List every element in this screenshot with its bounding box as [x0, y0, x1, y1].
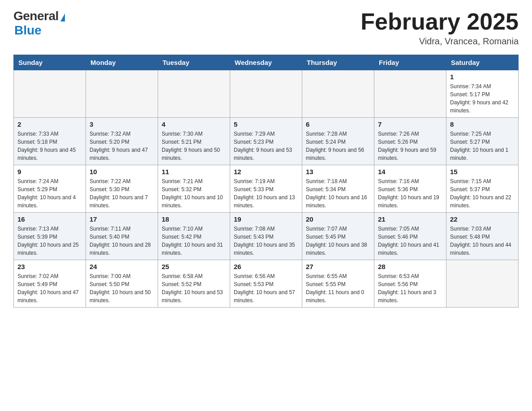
day-cell: 25Sunrise: 6:58 AMSunset: 5:52 PMDayligh…: [158, 260, 230, 308]
day-info: Sunrise: 7:00 AMSunset: 5:50 PMDaylight:…: [90, 272, 154, 304]
day-number: 13: [306, 168, 370, 176]
day-info: Sunrise: 7:13 AMSunset: 5:39 PMDaylight:…: [17, 225, 82, 257]
day-info: Sunrise: 6:58 AMSunset: 5:52 PMDaylight:…: [162, 272, 226, 304]
logo-triangle-icon: [60, 13, 65, 21]
day-cell: [230, 70, 302, 118]
week-row-2: 2Sunrise: 7:33 AMSunset: 5:18 PMDaylight…: [14, 118, 519, 165]
page: General Blue February 2025 Vidra, Vrance…: [0, 0, 532, 321]
day-cell: 10Sunrise: 7:22 AMSunset: 5:30 PMDayligh…: [86, 165, 158, 213]
calendar-header: SundayMondayTuesdayWednesdayThursdayFrid…: [14, 55, 519, 70]
day-cell: 6Sunrise: 7:28 AMSunset: 5:24 PMDaylight…: [302, 118, 374, 165]
day-number: 5: [234, 120, 298, 128]
logo-blue-text: Blue: [14, 23, 42, 38]
day-number: 19: [234, 215, 298, 223]
day-cell: 27Sunrise: 6:55 AMSunset: 5:55 PMDayligh…: [302, 260, 374, 308]
day-info: Sunrise: 7:10 AMSunset: 5:42 PMDaylight:…: [162, 225, 226, 257]
day-cell: 5Sunrise: 7:29 AMSunset: 5:23 PMDaylight…: [230, 118, 302, 165]
day-info: Sunrise: 7:15 AMSunset: 5:37 PMDaylight:…: [450, 177, 515, 210]
day-cell: 11Sunrise: 7:21 AMSunset: 5:32 PMDayligh…: [158, 165, 230, 213]
day-info: Sunrise: 7:22 AMSunset: 5:30 PMDaylight:…: [90, 177, 154, 210]
day-cell: 24Sunrise: 7:00 AMSunset: 5:50 PMDayligh…: [86, 260, 158, 308]
header-cell-thursday: Thursday: [302, 55, 374, 70]
day-number: 26: [234, 263, 298, 270]
day-number: 10: [90, 168, 154, 176]
week-row-5: 23Sunrise: 7:02 AMSunset: 5:49 PMDayligh…: [14, 260, 519, 308]
day-info: Sunrise: 7:18 AMSunset: 5:34 PMDaylight:…: [306, 177, 370, 210]
header-cell-monday: Monday: [86, 55, 158, 70]
day-cell: [374, 70, 446, 118]
day-number: 16: [17, 215, 82, 223]
day-number: 3: [90, 120, 154, 128]
day-cell: 20Sunrise: 7:07 AMSunset: 5:45 PMDayligh…: [302, 213, 374, 260]
day-number: 2: [17, 120, 82, 128]
week-row-3: 9Sunrise: 7:24 AMSunset: 5:29 PMDaylight…: [14, 165, 519, 213]
day-number: 15: [450, 168, 515, 176]
logo: General Blue: [13, 9, 65, 38]
day-cell: 23Sunrise: 7:02 AMSunset: 5:49 PMDayligh…: [14, 260, 86, 308]
day-info: Sunrise: 7:24 AMSunset: 5:29 PMDaylight:…: [17, 177, 82, 210]
day-cell: 16Sunrise: 7:13 AMSunset: 5:39 PMDayligh…: [14, 213, 86, 260]
day-cell: [302, 70, 374, 118]
day-number: 1: [450, 73, 515, 81]
day-cell: 17Sunrise: 7:11 AMSunset: 5:40 PMDayligh…: [86, 213, 158, 260]
day-cell: 26Sunrise: 6:56 AMSunset: 5:53 PMDayligh…: [230, 260, 302, 308]
day-number: 4: [162, 120, 226, 128]
day-info: Sunrise: 7:21 AMSunset: 5:32 PMDaylight:…: [162, 177, 226, 210]
day-number: 17: [90, 215, 154, 223]
day-number: 25: [162, 263, 226, 270]
day-cell: 8Sunrise: 7:25 AMSunset: 5:27 PMDaylight…: [446, 118, 519, 165]
day-cell: 28Sunrise: 6:53 AMSunset: 5:56 PMDayligh…: [374, 260, 446, 308]
day-cell: 14Sunrise: 7:16 AMSunset: 5:36 PMDayligh…: [374, 165, 446, 213]
day-info: Sunrise: 7:07 AMSunset: 5:45 PMDaylight:…: [306, 225, 370, 257]
calendar-title: February 2025: [360, 9, 519, 34]
day-cell: 13Sunrise: 7:18 AMSunset: 5:34 PMDayligh…: [302, 165, 374, 213]
day-number: 14: [378, 168, 442, 176]
header-cell-tuesday: Tuesday: [158, 55, 230, 70]
day-info: Sunrise: 7:03 AMSunset: 5:48 PMDaylight:…: [450, 225, 515, 257]
day-cell: 9Sunrise: 7:24 AMSunset: 5:29 PMDaylight…: [14, 165, 86, 213]
day-number: 21: [378, 215, 442, 223]
day-cell: 7Sunrise: 7:26 AMSunset: 5:26 PMDaylight…: [374, 118, 446, 165]
day-number: 27: [306, 263, 370, 270]
day-number: 12: [234, 168, 298, 176]
calendar-subtitle: Vidra, Vrancea, Romania: [360, 36, 519, 47]
week-row-1: 1Sunrise: 7:34 AMSunset: 5:17 PMDaylight…: [14, 70, 519, 118]
day-cell: 18Sunrise: 7:10 AMSunset: 5:42 PMDayligh…: [158, 213, 230, 260]
day-info: Sunrise: 7:28 AMSunset: 5:24 PMDaylight:…: [306, 130, 370, 162]
day-number: 6: [306, 120, 370, 128]
day-cell: 2Sunrise: 7:33 AMSunset: 5:18 PMDaylight…: [14, 118, 86, 165]
header: General Blue February 2025 Vidra, Vrance…: [13, 9, 519, 47]
day-info: Sunrise: 7:25 AMSunset: 5:27 PMDaylight:…: [450, 130, 515, 162]
day-number: 9: [17, 168, 82, 176]
day-number: 22: [450, 215, 515, 223]
day-number: 28: [378, 263, 442, 270]
day-cell: 15Sunrise: 7:15 AMSunset: 5:37 PMDayligh…: [446, 165, 519, 213]
day-info: Sunrise: 7:08 AMSunset: 5:43 PMDaylight:…: [234, 225, 298, 257]
day-number: 20: [306, 215, 370, 223]
day-cell: [86, 70, 158, 118]
day-cell: 21Sunrise: 7:05 AMSunset: 5:46 PMDayligh…: [374, 213, 446, 260]
day-number: 11: [162, 168, 226, 176]
week-row-4: 16Sunrise: 7:13 AMSunset: 5:39 PMDayligh…: [14, 213, 519, 260]
header-row: SundayMondayTuesdayWednesdayThursdayFrid…: [14, 55, 519, 70]
day-cell: 1Sunrise: 7:34 AMSunset: 5:17 PMDaylight…: [446, 70, 519, 118]
day-cell: 4Sunrise: 7:30 AMSunset: 5:21 PMDaylight…: [158, 118, 230, 165]
day-info: Sunrise: 7:34 AMSunset: 5:17 PMDaylight:…: [450, 82, 515, 115]
day-cell: 19Sunrise: 7:08 AMSunset: 5:43 PMDayligh…: [230, 213, 302, 260]
day-info: Sunrise: 6:55 AMSunset: 5:55 PMDaylight:…: [306, 272, 370, 304]
day-info: Sunrise: 7:16 AMSunset: 5:36 PMDaylight:…: [378, 177, 442, 210]
day-info: Sunrise: 7:30 AMSunset: 5:21 PMDaylight:…: [162, 130, 226, 162]
day-info: Sunrise: 7:26 AMSunset: 5:26 PMDaylight:…: [378, 130, 442, 162]
day-info: Sunrise: 7:11 AMSunset: 5:40 PMDaylight:…: [90, 225, 154, 257]
day-cell: 22Sunrise: 7:03 AMSunset: 5:48 PMDayligh…: [446, 213, 519, 260]
day-number: 7: [378, 120, 442, 128]
day-info: Sunrise: 7:19 AMSunset: 5:33 PMDaylight:…: [234, 177, 298, 210]
header-cell-sunday: Sunday: [14, 55, 86, 70]
day-cell: [158, 70, 230, 118]
day-info: Sunrise: 7:05 AMSunset: 5:46 PMDaylight:…: [378, 225, 442, 257]
header-cell-saturday: Saturday: [446, 55, 519, 70]
day-cell: 12Sunrise: 7:19 AMSunset: 5:33 PMDayligh…: [230, 165, 302, 213]
day-cell: 3Sunrise: 7:32 AMSunset: 5:20 PMDaylight…: [86, 118, 158, 165]
calendar-table: SundayMondayTuesdayWednesdayThursdayFrid…: [13, 55, 519, 308]
day-cell: [14, 70, 86, 118]
